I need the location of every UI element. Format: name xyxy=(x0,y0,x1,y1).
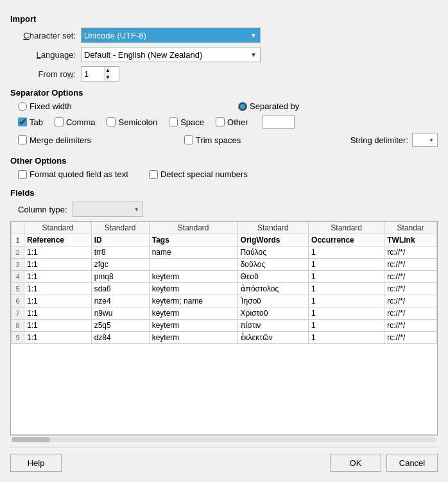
table-cell: name xyxy=(149,246,237,259)
charset-row: Character set: Unicode (UTF-8) UTF-16 La… xyxy=(10,28,438,43)
table-column-header-row: 1 Reference ID Tags OrigWords Occurrence… xyxy=(12,234,437,246)
spinbox-down-arrow[interactable]: ▼ xyxy=(105,74,110,81)
space-checkbox-label[interactable]: Space xyxy=(169,117,204,127)
table-cell: n9wu xyxy=(91,307,149,320)
cancel-button[interactable]: Cancel xyxy=(386,454,438,472)
separator-options-title: Separator Options xyxy=(10,88,438,98)
tab-text: Tab xyxy=(30,117,43,127)
table-row-num: 9 xyxy=(12,332,24,344)
detect-special-text: Detect special numbers xyxy=(160,169,248,179)
language-row: Language: Default - English (New Zealand… xyxy=(10,47,438,62)
help-button[interactable]: Help xyxy=(10,454,62,472)
table-row-num-header: 1 xyxy=(12,234,24,246)
separator-checkboxes-row: Tab Comma Semicolon Space Other xyxy=(10,115,438,129)
horizontal-scrollbar[interactable] xyxy=(10,435,438,443)
table-cell: Χριστοῦ xyxy=(237,307,308,320)
tab-checkbox-label[interactable]: Tab xyxy=(18,117,43,127)
merge-delimiters-group: Merge delimiters xyxy=(18,135,184,145)
trim-spaces-checkbox[interactable] xyxy=(184,135,193,144)
separated-by-radio[interactable] xyxy=(238,102,247,111)
trim-spaces-label[interactable]: Trim spaces xyxy=(184,135,241,145)
format-quoted-checkbox[interactable] xyxy=(18,170,27,179)
other-checkbox[interactable] xyxy=(216,117,225,126)
table-type-header-1: Standard xyxy=(24,222,92,234)
table-row-num: 7 xyxy=(12,307,24,320)
table-cell: Παύλος xyxy=(237,246,308,259)
table-row: 6 1:1 nze4 keyterm; name Ἰησοῦ 1 rc://*/ xyxy=(12,295,437,307)
other-checkbox-label[interactable]: Other xyxy=(216,117,248,127)
merge-delimiters-label[interactable]: Merge delimiters xyxy=(18,135,91,145)
charset-label-text: Character set: xyxy=(23,31,76,40)
trim-spaces-group: Trim spaces xyxy=(184,135,350,145)
language-label: Language: xyxy=(10,50,81,60)
table-cell: sda6 xyxy=(91,283,149,295)
table-cell: 1 xyxy=(309,295,384,307)
other-text: Other xyxy=(227,117,248,127)
ok-cancel-buttons: OK Cancel xyxy=(330,454,438,472)
table-type-header-2: Standard xyxy=(91,222,149,234)
table-cell: 1:1 xyxy=(24,307,92,320)
other-options-title: Other Options xyxy=(10,156,438,166)
semicolon-text: Semicolon xyxy=(118,117,157,127)
comma-checkbox-label[interactable]: Comma xyxy=(55,117,96,127)
from-row-row: From row: ▲ ▼ xyxy=(10,66,438,82)
table-cell: δοῦλος xyxy=(237,259,308,271)
table-cell: rc://*/ xyxy=(384,259,437,271)
spinbox-up-arrow[interactable]: ▲ xyxy=(105,67,110,74)
table-col-twlink: TWLink xyxy=(384,234,437,246)
fields-section: Fields Column type: Standard Text Number… xyxy=(10,182,438,443)
string-delimiter-select[interactable]: " ' xyxy=(412,133,438,147)
language-label-text: Language: xyxy=(37,50,76,60)
fixed-width-text: Fixed width xyxy=(30,101,72,111)
table-cell: nze4 xyxy=(91,295,149,307)
ok-button[interactable]: OK xyxy=(330,454,381,472)
space-checkbox[interactable] xyxy=(169,117,178,126)
charset-select[interactable]: Unicode (UTF-8) UTF-16 Latin-1 ASCII xyxy=(81,28,261,43)
fixed-width-radio[interactable] xyxy=(18,102,27,111)
table-col-occurrence: Occurrence xyxy=(309,234,384,246)
separated-by-text: Separated by xyxy=(250,101,299,111)
tab-checkbox[interactable] xyxy=(18,117,27,126)
semicolon-checkbox[interactable] xyxy=(107,117,116,126)
table-cell: Θεοῦ xyxy=(237,271,308,283)
scrollbar-track[interactable] xyxy=(12,437,436,442)
table-cell: rc://*/ xyxy=(384,246,437,259)
column-type-row: Column type: Standard Text Number ▼ xyxy=(10,202,438,217)
table-body: 2 1:1 trr8 name Παύλος 1 rc://*/ 3 1:1 z… xyxy=(12,246,437,344)
table-cell xyxy=(149,259,237,271)
bottom-bar: Help OK Cancel xyxy=(10,447,438,474)
detect-special-label[interactable]: Detect special numbers xyxy=(149,169,248,179)
from-row-label-text: From row: xyxy=(38,69,76,79)
table-cell: 1 xyxy=(309,320,384,332)
import-title: Import xyxy=(10,14,438,24)
merge-delimiters-checkbox[interactable] xyxy=(18,135,27,144)
table-row: 8 1:1 z5q5 keyterm πίστιν 1 rc://*/ xyxy=(12,320,437,332)
radio-row: Fixed width Separated by xyxy=(10,101,438,111)
column-type-label: Column type: xyxy=(18,205,67,214)
language-select[interactable]: Default - English (New Zealand) English … xyxy=(81,47,261,62)
table-row-num: 3 xyxy=(12,259,24,271)
semicolon-checkbox-label[interactable]: Semicolon xyxy=(107,117,157,127)
column-type-select[interactable]: Standard Text Number xyxy=(73,202,143,217)
format-quoted-text: Format quoted field as text xyxy=(30,169,128,179)
separated-by-label[interactable]: Separated by xyxy=(238,101,299,111)
string-delimiter-label: String delimiter: xyxy=(350,135,408,145)
table-cell: Ἰησοῦ xyxy=(237,295,308,307)
from-row-input[interactable] xyxy=(82,68,105,80)
comma-checkbox[interactable] xyxy=(55,117,64,126)
format-quoted-label[interactable]: Format quoted field as text xyxy=(18,169,128,179)
language-select-wrapper: Default - English (New Zealand) English … xyxy=(81,47,261,62)
table-row: 5 1:1 sda6 keyterm ἀπόστολος 1 rc://*/ xyxy=(12,283,437,295)
scrollbar-thumb[interactable] xyxy=(12,437,50,442)
table-cell: 1:1 xyxy=(24,259,92,271)
space-text: Space xyxy=(180,117,204,127)
merge-trim-string-row: Merge delimiters Trim spaces String deli… xyxy=(10,133,438,147)
data-table-container: Standard Standard Standard Standard Stan… xyxy=(10,221,438,435)
table-cell: rc://*/ xyxy=(384,320,437,332)
table-cell: 1 xyxy=(309,283,384,295)
detect-special-checkbox[interactable] xyxy=(149,170,158,179)
other-text-input[interactable] xyxy=(263,115,295,129)
fixed-width-label[interactable]: Fixed width xyxy=(18,101,72,111)
fixed-width-option: Fixed width xyxy=(10,101,212,111)
table-cell: 1 xyxy=(309,271,384,283)
